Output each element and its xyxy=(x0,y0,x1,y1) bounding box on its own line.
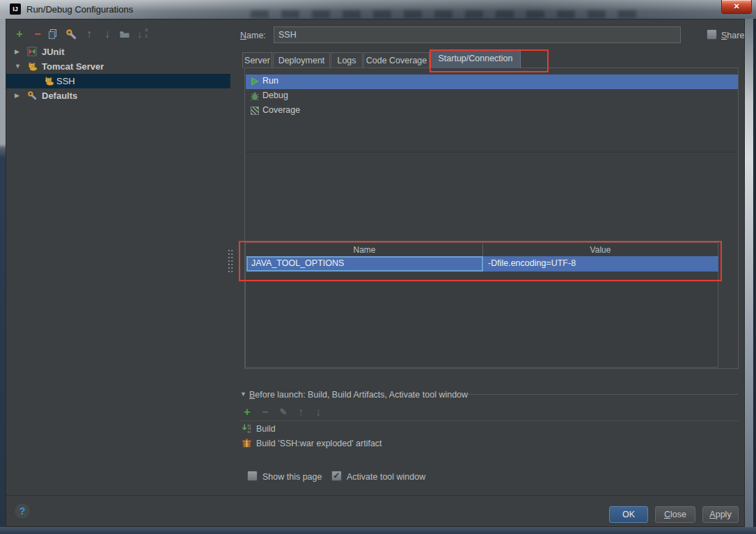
tree-item-ssh[interactable]: SSH xyxy=(56,74,75,88)
tree-item-junit[interactable]: JUnit xyxy=(42,45,65,59)
before-launch-collapse-arrow[interactable]: ▼ xyxy=(240,391,246,398)
build-icon: 01 10 01 xyxy=(242,423,252,434)
defaults-expand-arrow[interactable]: ▶ xyxy=(15,88,22,103)
ok-button[interactable]: OK xyxy=(609,506,648,523)
share-checkbox[interactable] xyxy=(707,29,717,40)
run-icon xyxy=(250,77,260,86)
window-frame-right xyxy=(745,19,753,527)
share-label[interactable]: Share xyxy=(721,30,744,41)
show-this-page-label[interactable]: Show this page xyxy=(262,471,322,482)
tomcat-icon xyxy=(44,76,54,86)
table-row[interactable]: JAVA_TOOL_OPTIONS -Dfile.encoding=UTF-8 xyxy=(246,256,718,272)
junit-expand-arrow[interactable]: ▶ xyxy=(15,45,22,59)
coverage-icon xyxy=(251,107,259,115)
before-launch-title: Before launch: Build, Build Artifacts, A… xyxy=(249,389,468,400)
tab-server[interactable]: Server xyxy=(242,52,272,68)
run-mode-row-run[interactable]: Run xyxy=(246,74,738,89)
titlebar-background-blur xyxy=(251,10,640,18)
edit-defaults-wrench-icon[interactable] xyxy=(65,29,77,40)
tab-startup-connection[interactable]: Startup/Connection xyxy=(430,49,521,68)
environment-variables-table[interactable]: Name Value JAVA_TOOL_OPTIONS -Dfile.enco… xyxy=(245,242,718,368)
name-input[interactable] xyxy=(274,26,681,43)
create-folder-icon[interactable] xyxy=(119,29,130,40)
tree-item-defaults[interactable]: Defaults xyxy=(42,88,77,103)
window-frame-right-edge xyxy=(753,19,756,527)
column-header-value[interactable]: Value xyxy=(483,244,718,256)
remove-configuration-button[interactable]: − xyxy=(31,28,44,40)
run-mode-row-coverage[interactable]: Coverage xyxy=(246,104,738,118)
tab-logs[interactable]: Logs xyxy=(331,52,363,68)
run-debug-configurations-window: IJ Run/Debug Configurations ✕ + − ↑ ↓ ↓ … xyxy=(0,0,756,534)
tree-item-tomcat-server[interactable]: Tomcat Server xyxy=(42,59,104,74)
defaults-wrench-icon xyxy=(27,91,37,100)
window-frame-left xyxy=(0,19,6,527)
junit-icon xyxy=(27,47,37,56)
tomcat-icon xyxy=(27,61,38,72)
tab-deployment[interactable]: Deployment xyxy=(273,52,330,68)
panel-splitter-handle[interactable] xyxy=(228,249,234,274)
sort-alphabetically-icon[interactable]: ↓ a z xyxy=(137,28,151,40)
name-label: Name: xyxy=(240,30,266,41)
close-button[interactable]: Close xyxy=(655,506,695,523)
activate-tool-window-label[interactable]: Activate tool window xyxy=(347,471,425,482)
env-var-value-cell: -Dfile.encoding=UTF-8 xyxy=(488,258,576,268)
intellij-logo-icon: IJ xyxy=(10,3,21,15)
help-button[interactable]: ? xyxy=(14,503,31,519)
apply-button[interactable]: Apply xyxy=(702,506,739,523)
show-this-page-checkbox[interactable] xyxy=(247,471,258,481)
table-cell-focus-border xyxy=(246,256,483,272)
run-mode-row-debug[interactable]: Debug xyxy=(246,89,738,104)
tomcat-server-collapse-arrow[interactable]: ▼ xyxy=(15,59,22,74)
svg-text:01: 01 xyxy=(247,430,251,434)
footer-separator xyxy=(6,495,744,496)
before-launch-move-up-button[interactable]: ↑ xyxy=(294,406,307,418)
before-launch-move-down-button[interactable]: ↓ xyxy=(312,406,324,418)
debug-icon xyxy=(250,91,260,101)
before-launch-row-build[interactable]: 01 10 01 Build xyxy=(240,421,739,436)
window-frame-bottom xyxy=(0,527,756,534)
activate-tool-window-checkbox[interactable]: ✓ xyxy=(331,471,342,481)
tab-code-coverage[interactable]: Code Coverage xyxy=(363,52,430,68)
move-down-button[interactable]: ↓ xyxy=(101,28,113,40)
before-launch-add-button[interactable]: + xyxy=(241,406,253,418)
before-launch-edit-button[interactable]: ✎ xyxy=(277,406,290,418)
copy-configuration-icon[interactable] xyxy=(47,29,58,40)
tree-selection-highlight xyxy=(6,74,230,88)
column-header-name[interactable]: Name xyxy=(246,244,482,256)
before-launch-separator xyxy=(468,394,738,395)
window-close-button[interactable]: ✕ xyxy=(721,0,752,14)
window-title: Run/Debug Configurations xyxy=(26,4,133,15)
before-launch-row-artifact[interactable]: Build 'SSH:war exploded' artifact xyxy=(240,436,739,450)
add-configuration-button[interactable]: + xyxy=(13,28,26,40)
before-launch-remove-button[interactable]: − xyxy=(259,406,271,418)
move-up-button[interactable]: ↑ xyxy=(83,28,95,40)
build-artifact-icon xyxy=(242,438,252,448)
